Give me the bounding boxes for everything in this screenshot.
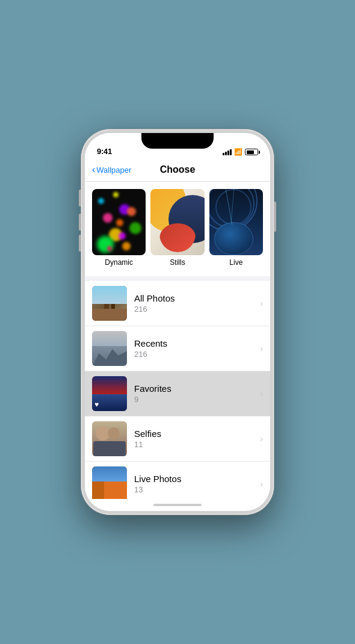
category-dynamic-thumb: [92, 189, 146, 255]
nav-bar: ‹ Wallpaper Choose: [85, 159, 270, 182]
back-label: Wallpaper: [96, 166, 131, 175]
all-photos-thumb: [92, 286, 127, 321]
favorites-title: Favorites: [134, 383, 260, 394]
home-bar: [153, 504, 202, 506]
all-photos-text: All Photos 216: [134, 293, 260, 314]
recents-count: 216: [134, 350, 260, 359]
content-area: Dynamic Stills: [85, 182, 270, 499]
category-live[interactable]: Live: [209, 189, 263, 267]
list-item-all-photos[interactable]: All Photos 216 ›: [85, 281, 270, 326]
live-photos-text: Live Photos 13: [134, 474, 260, 494]
recents-text: Recents 216: [134, 338, 260, 359]
category-stills-label: Stills: [170, 258, 185, 267]
selfies-title: Selfies: [134, 429, 260, 439]
live-photos-thumb: [92, 466, 127, 499]
category-dynamic[interactable]: Dynamic: [92, 189, 146, 267]
all-photos-title: All Photos: [134, 293, 260, 303]
back-chevron-icon: ‹: [92, 164, 95, 175]
home-indicator: [85, 499, 270, 511]
wallpaper-categories: Dynamic Stills: [85, 182, 270, 276]
selfies-count: 11: [134, 440, 260, 449]
status-bar: 9:41 📶: [85, 133, 270, 159]
notch: [141, 133, 214, 149]
selfies-chevron: ›: [260, 434, 263, 444]
selfies-text: Selfies 11: [134, 429, 260, 449]
recents-thumb: [92, 331, 127, 366]
list-item-favorites[interactable]: ♥ Favorites 9 ›: [85, 371, 270, 416]
signal-icon: [223, 149, 232, 155]
photo-list: All Photos 216 › Recents 216: [85, 281, 270, 499]
all-photos-count: 216: [134, 305, 260, 314]
battery-icon: [245, 149, 258, 155]
favorites-count: 9: [134, 395, 260, 404]
back-button[interactable]: ‹ Wallpaper: [92, 165, 131, 175]
live-photos-title: Live Photos: [134, 474, 260, 484]
list-item-recents[interactable]: Recents 216 ›: [85, 326, 270, 371]
all-photos-chevron: ›: [260, 299, 263, 308]
phone-screen: 9:41 📶 ‹ Wallpaper Choose: [85, 133, 270, 511]
live-photos-count: 13: [134, 485, 260, 494]
category-live-label: Live: [229, 258, 242, 267]
category-live-thumb: [209, 189, 263, 255]
selfies-thumb: [92, 421, 127, 456]
favorites-chevron: ›: [260, 389, 263, 398]
status-time: 9:41: [97, 147, 112, 156]
categories-grid: Dynamic Stills: [92, 189, 263, 267]
recents-title: Recents: [134, 338, 260, 348]
live-photos-chevron: ›: [260, 479, 263, 489]
heart-icon: ♥: [94, 400, 99, 409]
category-stills[interactable]: Stills: [150, 189, 204, 267]
page-title: Choose: [160, 164, 196, 175]
favorites-thumb: ♥: [92, 376, 127, 411]
category-dynamic-label: Dynamic: [105, 258, 133, 267]
list-item-selfies[interactable]: Selfies 11 ›: [85, 416, 270, 462]
phone-frame: 9:41 📶 ‹ Wallpaper Choose: [81, 129, 274, 515]
recents-chevron: ›: [260, 344, 263, 353]
list-item-live-photos[interactable]: Live Photos 13 ›: [85, 462, 270, 499]
category-stills-thumb: [150, 189, 204, 255]
wifi-icon: 📶: [234, 148, 242, 156]
status-icons: 📶: [223, 148, 258, 156]
favorites-text: Favorites 9: [134, 383, 260, 404]
